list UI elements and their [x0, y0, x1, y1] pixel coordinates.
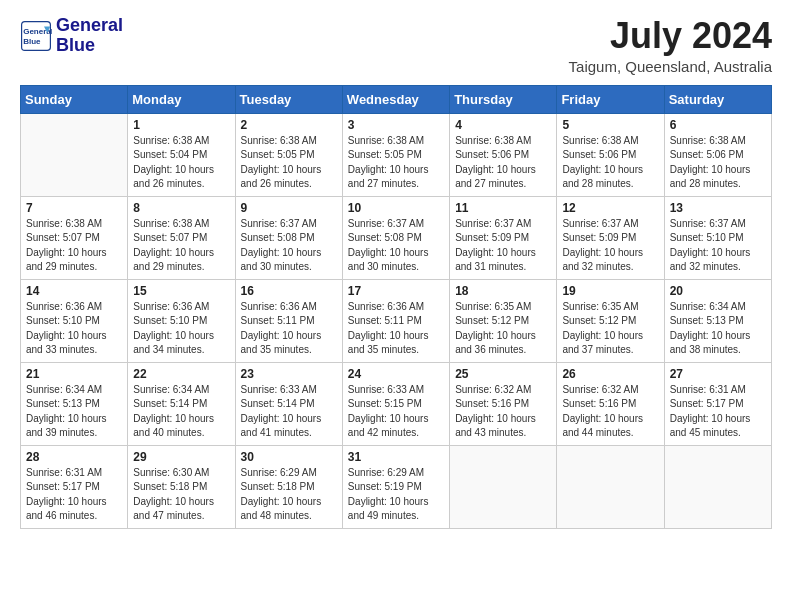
- day-number: 1: [133, 118, 229, 132]
- day-number: 28: [26, 450, 122, 464]
- day-info: Sunrise: 6:31 AM Sunset: 5:17 PM Dayligh…: [26, 466, 122, 524]
- day-info: Sunrise: 6:36 AM Sunset: 5:10 PM Dayligh…: [133, 300, 229, 358]
- calendar-cell: [664, 445, 771, 528]
- day-info: Sunrise: 6:32 AM Sunset: 5:16 PM Dayligh…: [455, 383, 551, 441]
- day-info: Sunrise: 6:38 AM Sunset: 5:06 PM Dayligh…: [455, 134, 551, 192]
- calendar-cell: 12Sunrise: 6:37 AM Sunset: 5:09 PM Dayli…: [557, 196, 664, 279]
- location: Taigum, Queensland, Australia: [569, 58, 772, 75]
- calendar-cell: 26Sunrise: 6:32 AM Sunset: 5:16 PM Dayli…: [557, 362, 664, 445]
- day-info: Sunrise: 6:33 AM Sunset: 5:15 PM Dayligh…: [348, 383, 444, 441]
- calendar-cell: 15Sunrise: 6:36 AM Sunset: 5:10 PM Dayli…: [128, 279, 235, 362]
- day-info: Sunrise: 6:29 AM Sunset: 5:18 PM Dayligh…: [241, 466, 337, 524]
- day-info: Sunrise: 6:38 AM Sunset: 5:06 PM Dayligh…: [670, 134, 766, 192]
- day-info: Sunrise: 6:38 AM Sunset: 5:06 PM Dayligh…: [562, 134, 658, 192]
- day-number: 20: [670, 284, 766, 298]
- calendar-week-row: 28Sunrise: 6:31 AM Sunset: 5:17 PM Dayli…: [21, 445, 772, 528]
- day-number: 25: [455, 367, 551, 381]
- calendar-cell: 23Sunrise: 6:33 AM Sunset: 5:14 PM Dayli…: [235, 362, 342, 445]
- day-info: Sunrise: 6:38 AM Sunset: 5:07 PM Dayligh…: [26, 217, 122, 275]
- calendar-day-header: Sunday: [21, 85, 128, 113]
- calendar-cell: 22Sunrise: 6:34 AM Sunset: 5:14 PM Dayli…: [128, 362, 235, 445]
- header: General Blue General Blue July 2024 Taig…: [20, 16, 772, 75]
- day-number: 16: [241, 284, 337, 298]
- calendar-cell: [450, 445, 557, 528]
- day-info: Sunrise: 6:32 AM Sunset: 5:16 PM Dayligh…: [562, 383, 658, 441]
- day-info: Sunrise: 6:36 AM Sunset: 5:11 PM Dayligh…: [348, 300, 444, 358]
- day-number: 11: [455, 201, 551, 215]
- calendar-cell: 14Sunrise: 6:36 AM Sunset: 5:10 PM Dayli…: [21, 279, 128, 362]
- calendar-week-row: 14Sunrise: 6:36 AM Sunset: 5:10 PM Dayli…: [21, 279, 772, 362]
- day-number: 12: [562, 201, 658, 215]
- day-info: Sunrise: 6:37 AM Sunset: 5:09 PM Dayligh…: [562, 217, 658, 275]
- calendar-day-header: Monday: [128, 85, 235, 113]
- calendar-day-header: Friday: [557, 85, 664, 113]
- logo-text: General Blue: [56, 16, 123, 56]
- calendar-header-row: SundayMondayTuesdayWednesdayThursdayFrid…: [21, 85, 772, 113]
- day-info: Sunrise: 6:38 AM Sunset: 5:05 PM Dayligh…: [348, 134, 444, 192]
- day-number: 8: [133, 201, 229, 215]
- calendar-cell: 24Sunrise: 6:33 AM Sunset: 5:15 PM Dayli…: [342, 362, 449, 445]
- day-info: Sunrise: 6:33 AM Sunset: 5:14 PM Dayligh…: [241, 383, 337, 441]
- calendar-week-row: 21Sunrise: 6:34 AM Sunset: 5:13 PM Dayli…: [21, 362, 772, 445]
- day-number: 3: [348, 118, 444, 132]
- day-info: Sunrise: 6:36 AM Sunset: 5:11 PM Dayligh…: [241, 300, 337, 358]
- calendar-cell: 5Sunrise: 6:38 AM Sunset: 5:06 PM Daylig…: [557, 113, 664, 196]
- calendar-cell: [557, 445, 664, 528]
- calendar-cell: 13Sunrise: 6:37 AM Sunset: 5:10 PM Dayli…: [664, 196, 771, 279]
- day-number: 5: [562, 118, 658, 132]
- day-number: 27: [670, 367, 766, 381]
- day-number: 23: [241, 367, 337, 381]
- calendar-cell: 11Sunrise: 6:37 AM Sunset: 5:09 PM Dayli…: [450, 196, 557, 279]
- svg-text:Blue: Blue: [23, 37, 41, 46]
- calendar-cell: 19Sunrise: 6:35 AM Sunset: 5:12 PM Dayli…: [557, 279, 664, 362]
- calendar-cell: 9Sunrise: 6:37 AM Sunset: 5:08 PM Daylig…: [235, 196, 342, 279]
- day-info: Sunrise: 6:36 AM Sunset: 5:10 PM Dayligh…: [26, 300, 122, 358]
- day-number: 2: [241, 118, 337, 132]
- calendar-cell: 31Sunrise: 6:29 AM Sunset: 5:19 PM Dayli…: [342, 445, 449, 528]
- calendar-week-row: 1Sunrise: 6:38 AM Sunset: 5:04 PM Daylig…: [21, 113, 772, 196]
- day-info: Sunrise: 6:38 AM Sunset: 5:07 PM Dayligh…: [133, 217, 229, 275]
- day-number: 18: [455, 284, 551, 298]
- page: General Blue General Blue July 2024 Taig…: [0, 0, 792, 545]
- day-info: Sunrise: 6:30 AM Sunset: 5:18 PM Dayligh…: [133, 466, 229, 524]
- day-number: 14: [26, 284, 122, 298]
- calendar-cell: 10Sunrise: 6:37 AM Sunset: 5:08 PM Dayli…: [342, 196, 449, 279]
- calendar-cell: 2Sunrise: 6:38 AM Sunset: 5:05 PM Daylig…: [235, 113, 342, 196]
- calendar-cell: 18Sunrise: 6:35 AM Sunset: 5:12 PM Dayli…: [450, 279, 557, 362]
- calendar-week-row: 7Sunrise: 6:38 AM Sunset: 5:07 PM Daylig…: [21, 196, 772, 279]
- calendar-cell: 20Sunrise: 6:34 AM Sunset: 5:13 PM Dayli…: [664, 279, 771, 362]
- calendar-cell: 1Sunrise: 6:38 AM Sunset: 5:04 PM Daylig…: [128, 113, 235, 196]
- title-block: July 2024 Taigum, Queensland, Australia: [569, 16, 772, 75]
- day-number: 4: [455, 118, 551, 132]
- day-number: 29: [133, 450, 229, 464]
- day-info: Sunrise: 6:37 AM Sunset: 5:09 PM Dayligh…: [455, 217, 551, 275]
- day-number: 17: [348, 284, 444, 298]
- calendar-day-header: Tuesday: [235, 85, 342, 113]
- logo-icon: General Blue: [20, 20, 52, 52]
- day-number: 31: [348, 450, 444, 464]
- calendar-cell: 7Sunrise: 6:38 AM Sunset: 5:07 PM Daylig…: [21, 196, 128, 279]
- logo: General Blue General Blue: [20, 16, 123, 56]
- day-info: Sunrise: 6:35 AM Sunset: 5:12 PM Dayligh…: [562, 300, 658, 358]
- day-number: 21: [26, 367, 122, 381]
- day-info: Sunrise: 6:37 AM Sunset: 5:10 PM Dayligh…: [670, 217, 766, 275]
- calendar-table: SundayMondayTuesdayWednesdayThursdayFrid…: [20, 85, 772, 529]
- day-info: Sunrise: 6:37 AM Sunset: 5:08 PM Dayligh…: [348, 217, 444, 275]
- calendar-cell: 17Sunrise: 6:36 AM Sunset: 5:11 PM Dayli…: [342, 279, 449, 362]
- calendar-cell: 28Sunrise: 6:31 AM Sunset: 5:17 PM Dayli…: [21, 445, 128, 528]
- calendar-cell: 29Sunrise: 6:30 AM Sunset: 5:18 PM Dayli…: [128, 445, 235, 528]
- calendar-cell: 16Sunrise: 6:36 AM Sunset: 5:11 PM Dayli…: [235, 279, 342, 362]
- day-info: Sunrise: 6:34 AM Sunset: 5:13 PM Dayligh…: [26, 383, 122, 441]
- calendar-cell: 8Sunrise: 6:38 AM Sunset: 5:07 PM Daylig…: [128, 196, 235, 279]
- day-info: Sunrise: 6:31 AM Sunset: 5:17 PM Dayligh…: [670, 383, 766, 441]
- day-info: Sunrise: 6:34 AM Sunset: 5:14 PM Dayligh…: [133, 383, 229, 441]
- calendar-cell: 27Sunrise: 6:31 AM Sunset: 5:17 PM Dayli…: [664, 362, 771, 445]
- day-info: Sunrise: 6:35 AM Sunset: 5:12 PM Dayligh…: [455, 300, 551, 358]
- day-number: 30: [241, 450, 337, 464]
- calendar-cell: 4Sunrise: 6:38 AM Sunset: 5:06 PM Daylig…: [450, 113, 557, 196]
- day-number: 19: [562, 284, 658, 298]
- calendar-cell: [21, 113, 128, 196]
- calendar-cell: 21Sunrise: 6:34 AM Sunset: 5:13 PM Dayli…: [21, 362, 128, 445]
- day-number: 22: [133, 367, 229, 381]
- day-info: Sunrise: 6:38 AM Sunset: 5:05 PM Dayligh…: [241, 134, 337, 192]
